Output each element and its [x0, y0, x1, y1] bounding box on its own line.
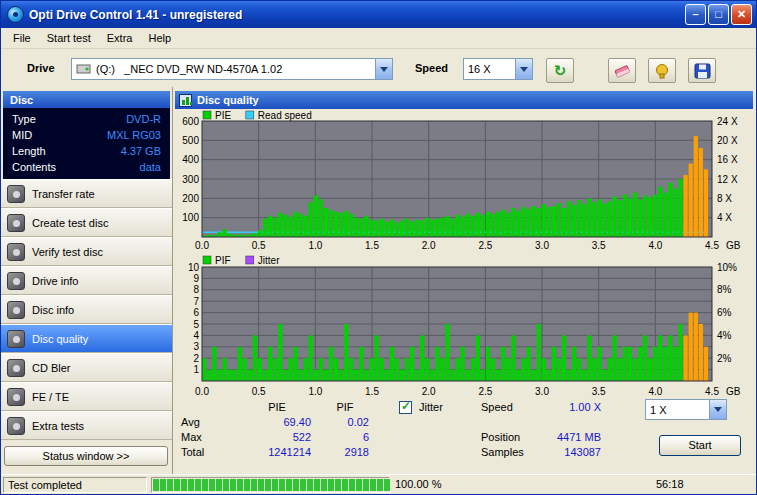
refresh-button[interactable]: ↻ [546, 58, 574, 83]
sidebar-item-extra-tests[interactable]: Extra tests [1, 411, 172, 440]
svg-text:0.5: 0.5 [252, 386, 266, 397]
disc-length-label: Length [12, 145, 121, 157]
disc-quality-icon [7, 330, 25, 348]
drive-info-icon [7, 272, 25, 290]
svg-text:PIE: PIE [215, 110, 231, 121]
main-panel-title: Disc quality [197, 94, 259, 106]
svg-text:GB: GB [726, 240, 741, 251]
svg-text:Read speed: Read speed [258, 110, 312, 121]
elapsed-time: 56:18 [656, 478, 684, 490]
transfer-rate-icon [7, 185, 25, 203]
verify-test-disc-icon [7, 243, 25, 261]
speed-label: Speed [415, 49, 448, 87]
toolbar: Drive (Q:) _NEC DVD_RW ND-4570A 1.02 Spe… [1, 49, 756, 87]
sidebar-item-create-test-disc[interactable]: Create test disc [1, 208, 172, 237]
disc-info-icon [7, 301, 25, 319]
test-speed-select-arrow[interactable] [709, 400, 726, 419]
svg-text:2.5: 2.5 [478, 240, 492, 251]
sidebar-item-transfer-rate[interactable]: Transfer rate [1, 179, 172, 208]
svg-text:1.5: 1.5 [365, 386, 379, 397]
svg-text:12 X: 12 X [717, 174, 738, 185]
sidebar-nav: Transfer rate Create test disc Verify te… [1, 179, 172, 440]
svg-text:2%: 2% [717, 353, 732, 364]
svg-text:16 X: 16 X [717, 154, 738, 165]
svg-text:0.0: 0.0 [195, 386, 209, 397]
progress-fill [153, 479, 390, 491]
save-button[interactable] [688, 58, 716, 83]
start-button[interactable]: Start [659, 435, 741, 456]
sidebar-item-label: FE / TE [32, 391, 69, 403]
extra-tests-icon [7, 417, 25, 435]
position-stat-label: Position [481, 431, 520, 443]
sidebar: Disc TypeDVD-R MIDMXL RG03 Length4.37 GB… [1, 87, 173, 474]
avg-pie-value: 69.40 [243, 416, 311, 428]
svg-text:4.0: 4.0 [648, 240, 662, 251]
pif-chart: 1098765432110%8%6%4%2%0.00.51.01.52.02.5… [173, 251, 757, 399]
position-stat-value: 4471 MB [525, 431, 601, 443]
sidebar-item-fe-te[interactable]: FE / TE [1, 382, 172, 411]
svg-text:7: 7 [193, 296, 199, 307]
svg-text:PIF: PIF [215, 255, 231, 266]
test-speed-select[interactable]: 1 X [645, 399, 727, 420]
stats-panel: PIE PIF Avg 69.40 0.02 Max 522 6 Total 1… [173, 399, 756, 467]
disc-type-value: DVD-R [126, 113, 161, 125]
erase-disc-button[interactable] [608, 58, 636, 83]
speed-select-arrow[interactable] [515, 59, 532, 79]
svg-text:100: 100 [182, 212, 199, 223]
total-label: Total [181, 446, 204, 458]
minimize-button[interactable]: – [685, 4, 706, 25]
samples-stat-value: 143087 [525, 446, 601, 458]
sidebar-item-disc-quality[interactable]: Disc quality [1, 324, 172, 353]
svg-text:1.0: 1.0 [308, 240, 322, 251]
status-window-button[interactable]: Status window >> [4, 446, 168, 466]
jitter-checkbox[interactable] [399, 401, 412, 414]
svg-text:20 X: 20 X [717, 135, 738, 146]
progress-bar [151, 477, 390, 493]
speed-select[interactable]: 16 X [463, 58, 533, 80]
svg-text:500: 500 [182, 135, 199, 146]
speed-select-value: 16 X [464, 63, 515, 75]
save-icon [694, 63, 711, 79]
menu-file[interactable]: File [5, 30, 39, 46]
sidebar-item-drive-info[interactable]: Drive info [1, 266, 172, 295]
svg-text:10%: 10% [717, 262, 737, 273]
menu-start-test[interactable]: Start test [39, 30, 99, 46]
sidebar-item-cd-bler[interactable]: CD Bler [1, 353, 172, 382]
svg-text:1.5: 1.5 [365, 240, 379, 251]
pif-column-header: PIF [321, 401, 369, 413]
sidebar-item-disc-info[interactable]: Disc info [1, 295, 172, 324]
jitter-checkbox-label: Jitter [419, 401, 443, 413]
speed-stat-value: 1.00 X [533, 401, 601, 413]
max-label: Max [181, 431, 202, 443]
maximize-button[interactable]: □ [708, 4, 729, 25]
svg-text:8%: 8% [717, 284, 732, 295]
samples-stat-label: Samples [481, 446, 524, 458]
disc-quality-header-icon [179, 94, 192, 107]
svg-text:Jitter: Jitter [258, 255, 280, 266]
disc-contents-label: Contents [12, 161, 140, 173]
menubar: File Start test Extra Help [1, 28, 756, 49]
cd-bler-icon [7, 359, 25, 377]
max-pif-value: 6 [321, 431, 369, 443]
drive-select-arrow[interactable] [375, 59, 392, 79]
sidebar-item-verify-test-disc[interactable]: Verify test disc [1, 237, 172, 266]
svg-text:2.5: 2.5 [478, 386, 492, 397]
total-pif-value: 2918 [321, 446, 369, 458]
pie-chart: 60050040030020010024 X20 X16 X12 X8 X4 X… [173, 107, 757, 253]
register-button[interactable] [648, 58, 676, 83]
svg-text:4%: 4% [717, 330, 732, 341]
svg-text:24 X: 24 X [717, 116, 738, 127]
svg-text:4.5: 4.5 [705, 240, 719, 251]
close-button[interactable]: ✕ [731, 4, 752, 25]
drive-select[interactable]: (Q:) _NEC DVD_RW ND-4570A 1.02 [71, 58, 393, 80]
main-panel: Disc quality 60050040030020010024 X20 X1… [173, 87, 756, 474]
disc-length-value: 4.37 GB [121, 145, 161, 157]
menu-help[interactable]: Help [140, 30, 179, 46]
pie-column-header: PIE [243, 401, 311, 413]
max-pie-value: 522 [243, 431, 311, 443]
svg-text:4 X: 4 X [717, 212, 732, 223]
register-icon [653, 63, 671, 79]
svg-text:3: 3 [193, 341, 199, 352]
svg-text:4: 4 [193, 330, 199, 341]
menu-extra[interactable]: Extra [99, 30, 141, 46]
